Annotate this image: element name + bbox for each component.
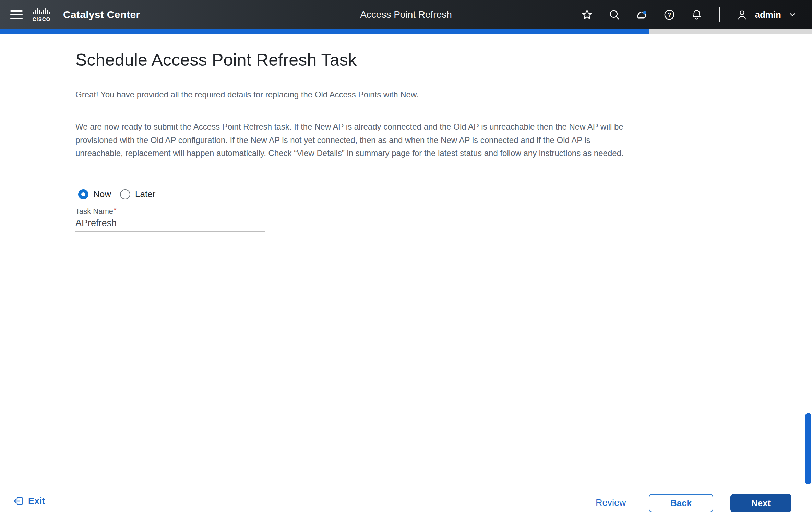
main-heading: Schedule Access Point Refresh Task: [75, 50, 357, 70]
header-divider: [719, 7, 720, 22]
app-header: CISCO Catalyst Center Access Point Refre…: [0, 0, 812, 29]
progress-fill: [0, 29, 649, 34]
exit-label: Exit: [28, 496, 45, 507]
description-line: provisioned with the Old AP configuratio…: [75, 134, 624, 147]
task-name-input[interactable]: [75, 218, 265, 229]
page-title: Access Point Refresh: [360, 9, 452, 20]
back-button[interactable]: Back: [649, 494, 713, 512]
description-text: We are now ready to submit the Access Po…: [75, 120, 624, 160]
intro-text: Great! You have provided all the require…: [75, 89, 419, 100]
brand-title: Catalyst Center: [63, 9, 140, 21]
menu-icon[interactable]: [10, 10, 23, 19]
next-button[interactable]: Next: [730, 494, 791, 512]
star-icon[interactable]: [581, 9, 593, 21]
notifications-bell-icon[interactable]: [691, 9, 703, 21]
workflow-progress-track: [0, 29, 812, 34]
svg-text:CISCO: CISCO: [33, 16, 51, 22]
user-menu[interactable]: admin: [736, 9, 797, 21]
cisco-logo-icon: CISCO: [30, 7, 53, 23]
help-icon[interactable]: ?: [664, 9, 675, 21]
cloud-status-icon[interactable]: [636, 9, 648, 21]
schedule-options: Now Later: [78, 189, 155, 199]
username-label: admin: [755, 10, 781, 20]
radio-option-now[interactable]: Now: [78, 189, 111, 199]
user-icon: [736, 9, 748, 21]
description-line: unreachable, replacement will happen aut…: [75, 147, 624, 160]
required-asterisk: *: [114, 206, 117, 215]
radio-later[interactable]: [120, 189, 130, 199]
radio-later-label: Later: [135, 189, 155, 199]
search-icon[interactable]: [609, 9, 620, 21]
task-name-label-text: Task Name: [75, 207, 113, 216]
review-button[interactable]: Review: [596, 498, 626, 508]
task-name-label: Task Name*: [75, 207, 116, 216]
cloud-badge: [643, 11, 646, 14]
radio-now-label: Now: [93, 189, 111, 199]
svg-text:?: ?: [668, 12, 671, 19]
radio-now[interactable]: [78, 189, 88, 199]
radio-option-later[interactable]: Later: [120, 189, 155, 199]
scrollbar-thumb[interactable]: [805, 413, 811, 484]
exit-icon: [13, 496, 24, 507]
header-actions: ? admin: [581, 7, 812, 22]
task-name-underline: [75, 231, 265, 232]
exit-button[interactable]: Exit: [13, 496, 45, 507]
description-line: We are now ready to submit the Access Po…: [75, 120, 624, 134]
chevron-down-icon: [788, 10, 797, 19]
